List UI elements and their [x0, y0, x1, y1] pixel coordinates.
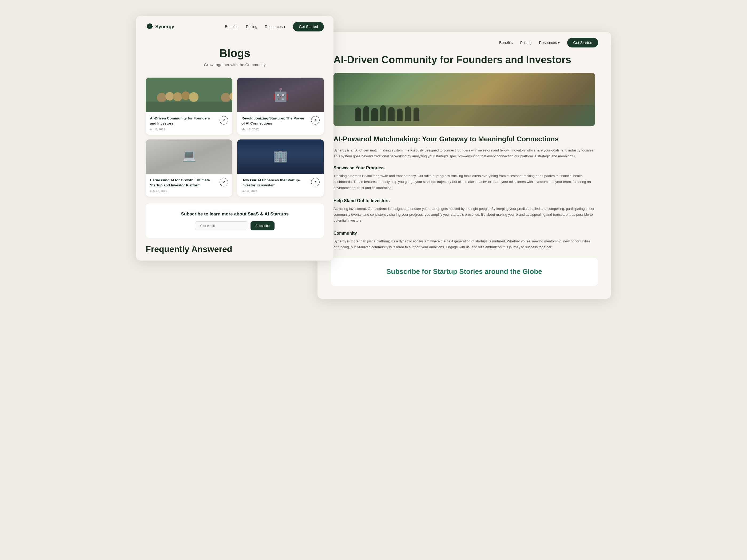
blog-card-1-body: AI-Driven Community for Founders and Inv…: [146, 112, 232, 135]
blog-card-2-title: Revolutionizing Startups: The Power of A…: [241, 116, 308, 126]
nav-cta-button[interactable]: Get Started: [293, 22, 324, 31]
blog-card-2-arrow[interactable]: ↗: [311, 116, 319, 125]
subscribe-email-input[interactable]: [195, 221, 248, 231]
community-title: Community: [334, 231, 595, 236]
stand-out-section: Help Stand Out to Investors Attracting i…: [334, 198, 595, 223]
blog-card-2[interactable]: Revolutionizing Startups: The Power of A…: [237, 78, 324, 135]
blog-card-2-body: Revolutionizing Startups: The Power of A…: [237, 112, 324, 135]
right-nav: Benefits Pricing Resources ▾ Get Started: [317, 32, 611, 53]
nav-resources[interactable]: Resources ▾: [265, 25, 285, 29]
matchmaking-section: AI-Powered Matchmaking: Your Gateway to …: [334, 135, 595, 159]
blog-card-4-body: How Our AI Enhances the Startup-Investor…: [237, 174, 324, 196]
blog-card-4-arrow[interactable]: ↗: [311, 178, 319, 186]
blog-card-4-title: How Our AI Enhances the Startup-Investor…: [241, 178, 308, 188]
nav-links: Benefits Pricing Resources ▾ Get Started: [225, 22, 324, 31]
blog-card-3[interactable]: Harnessing AI for Growth: Ultimate Start…: [146, 139, 232, 196]
subscribe-title: Subscribe to learn more about SaaS & AI …: [155, 211, 314, 217]
blogs-list-panel: Synergy Benefits Pricing Resources ▾ Get…: [136, 16, 334, 261]
right-nav-benefits[interactable]: Benefits: [499, 41, 513, 45]
blog-card-1[interactable]: AI-Driven Community for Founders and Inv…: [146, 78, 232, 135]
blog-card-4-date: Feb 6, 2022: [241, 190, 308, 193]
right-nav-pricing[interactable]: Pricing: [520, 41, 532, 45]
subscribe-section: Subscribe to learn more about SaaS & AI …: [146, 204, 324, 238]
progress-section: Showcase Your Progress Tracking progress…: [334, 166, 595, 191]
article-hero-image: [334, 73, 595, 126]
blog-card-1-arrow[interactable]: ↗: [220, 116, 228, 125]
blog-card-4-image: [237, 139, 324, 174]
blog-card-1-title: AI-Driven Community for Founders and Inv…: [150, 116, 217, 126]
right-subscribe-section: Subscribe for Startup Stories around the…: [331, 258, 598, 286]
faq-section: Frequently Answered: [136, 244, 334, 261]
blog-card-3-arrow[interactable]: ↗: [220, 178, 228, 186]
stand-out-title: Help Stand Out to Investors: [334, 198, 595, 203]
blog-card-4[interactable]: How Our AI Enhances the Startup-Investor…: [237, 139, 324, 196]
progress-title: Showcase Your Progress: [334, 166, 595, 170]
nav-pricing[interactable]: Pricing: [246, 25, 257, 29]
blog-card-2-date: Mar 15, 2022: [241, 128, 308, 131]
right-nav-cta-button[interactable]: Get Started: [567, 38, 598, 48]
article-content: AI-Driven Community for Founders and Inv…: [317, 53, 611, 299]
subscribe-form: Subscribe: [155, 221, 314, 231]
stand-out-body: Attracting investment. Our platform is d…: [334, 206, 595, 223]
nav-benefits[interactable]: Benefits: [225, 25, 238, 29]
blog-card-3-body: Harnessing AI for Growth: Ultimate Start…: [146, 174, 232, 196]
right-subscribe-title: Subscribe for Startup Stories around the…: [344, 267, 585, 276]
blog-card-1-date: Apr 8, 2022: [150, 128, 217, 131]
community-body: Synergy is more than just a platform; it…: [334, 238, 595, 250]
article-hero-photo: [334, 73, 595, 126]
article-detail-panel: Benefits Pricing Resources ▾ Get Started…: [317, 32, 611, 299]
chevron-down-icon-right: ▾: [558, 41, 560, 45]
faq-title: Frequently Answered: [146, 244, 324, 254]
blogs-subtitle: Grow together with the Community: [146, 62, 324, 67]
community-section: Community Synergy is more than just a pl…: [334, 231, 595, 250]
chevron-down-icon: ▾: [284, 25, 285, 29]
blog-card-3-image: [146, 139, 232, 174]
blog-card-1-image: [146, 78, 232, 112]
matchmaking-body: Synergy is an AI-driven matchmaking syst…: [334, 148, 595, 159]
subscribe-button[interactable]: Subscribe: [251, 221, 274, 231]
progress-body: Tracking progress is vital for growth an…: [334, 173, 595, 191]
blog-card-3-date: Feb 28, 2022: [150, 190, 217, 193]
blog-card-2-image: [237, 78, 324, 112]
logo[interactable]: Synergy: [146, 23, 174, 30]
article-hero-title: AI-Driven Community for Founders and Inv…: [334, 53, 595, 66]
logo-icon: [146, 23, 153, 30]
blog-grid: AI-Driven Community for Founders and Inv…: [136, 73, 334, 201]
blog-card-3-title: Harnessing AI for Growth: Ultimate Start…: [150, 178, 217, 188]
logo-text: Synergy: [155, 24, 174, 30]
blogs-title: Blogs: [146, 47, 324, 60]
blogs-hero: Blogs Grow together with the Community: [136, 37, 334, 73]
right-nav-resources[interactable]: Resources ▾: [539, 41, 560, 45]
matchmaking-title: AI-Powered Matchmaking: Your Gateway to …: [334, 135, 595, 144]
left-nav: Synergy Benefits Pricing Resources ▾ Get…: [136, 16, 334, 37]
